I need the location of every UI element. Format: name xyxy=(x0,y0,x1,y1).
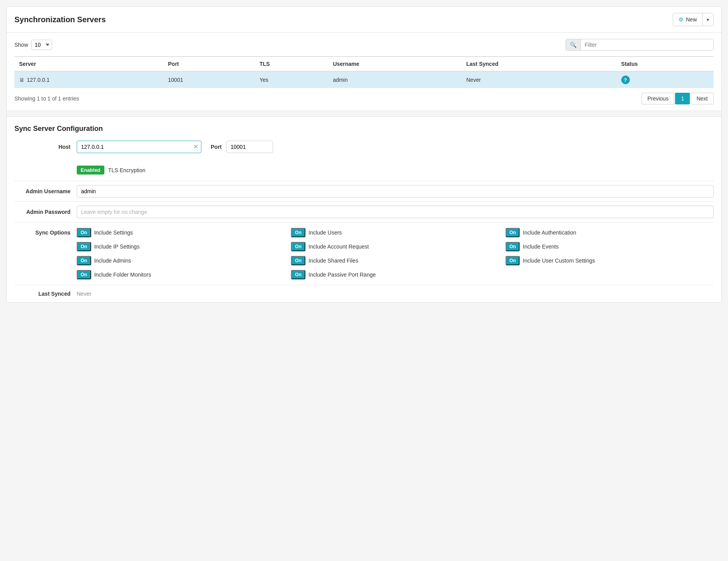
host-clear-button[interactable]: ✕ xyxy=(193,144,198,150)
table-row[interactable]: 🖥127.0.0.1 10001 Yes admin Never ? xyxy=(14,71,714,88)
on-toggle[interactable]: On xyxy=(77,242,91,251)
last-synced-label: Last Synced xyxy=(14,291,77,297)
show-label: Show xyxy=(14,42,28,48)
filter-wrapper: 🔍 xyxy=(566,39,714,51)
admin-password-label: Admin Password xyxy=(14,209,77,215)
option-label: Include Settings xyxy=(94,229,133,236)
sync-option-item: On Include Admins xyxy=(77,256,285,265)
show-select[interactable]: 10 25 50 100 xyxy=(31,40,52,50)
pagination-row: Showing 1 to 1 of 1 entries Previous 1 N… xyxy=(14,93,714,104)
config-section: Sync Server Configuration Host ✕ Port En… xyxy=(7,117,721,302)
on-toggle[interactable]: On xyxy=(77,270,91,279)
col-status: Status xyxy=(617,56,714,71)
sync-options-row: Sync Options On Include Settings On Incl… xyxy=(14,222,714,285)
sync-option-item: On Include IP Settings xyxy=(77,242,285,251)
on-toggle[interactable]: On xyxy=(506,256,520,265)
filter-input[interactable] xyxy=(581,39,713,50)
port-input[interactable] xyxy=(226,141,273,153)
status-icon[interactable]: ? xyxy=(621,76,630,84)
admin-password-row: Admin Password xyxy=(14,201,714,222)
new-button-label: New xyxy=(686,16,697,23)
data-table: Server Port TLS Username Last Synced Sta… xyxy=(14,56,714,88)
on-toggle[interactable]: On xyxy=(291,270,305,279)
on-toggle[interactable]: On xyxy=(291,256,305,265)
gear-icon: ⚙ xyxy=(679,16,684,23)
sync-option-item: On Include Account Request xyxy=(291,242,499,251)
sync-option-item: On Include User Custom Settings xyxy=(506,256,714,265)
host-field: ✕ xyxy=(77,141,201,153)
new-button-dropdown[interactable]: ▾ xyxy=(703,13,713,26)
tls-toggle-button[interactable]: Enabled xyxy=(77,166,104,175)
option-label: Include Users xyxy=(308,229,342,236)
sync-option-item: On Include Passive Port Range xyxy=(291,270,499,279)
port-label-group: Port xyxy=(211,141,273,153)
cell-port: 10001 xyxy=(163,71,255,88)
port-label: Port xyxy=(211,144,222,150)
admin-username-input[interactable] xyxy=(77,185,714,198)
admin-password-input[interactable] xyxy=(77,206,714,218)
sync-option-item: On Include Authentication xyxy=(506,228,714,237)
sync-option-item: On Include Folder Monitors xyxy=(77,270,285,279)
sync-option-item: On Include Users xyxy=(291,228,499,237)
col-port: Port xyxy=(163,56,255,71)
sync-options-grid: On Include Settings On Include Users On … xyxy=(77,228,714,279)
on-toggle[interactable]: On xyxy=(506,228,520,237)
option-label: Include Admins xyxy=(94,258,131,264)
option-label: Include Passive Port Range xyxy=(308,272,376,278)
tls-label: TLS Encryption xyxy=(108,167,146,173)
cell-status: ? xyxy=(617,71,714,88)
on-toggle[interactable]: On xyxy=(291,242,305,251)
search-icon: 🔍 xyxy=(570,42,576,48)
sync-option-item: On Include Events xyxy=(506,242,714,251)
cell-username: admin xyxy=(328,71,462,88)
showing-text: Showing 1 to 1 of 1 entries xyxy=(14,95,79,102)
cell-last-synced: Never xyxy=(462,71,617,88)
config-title: Sync Server Configuration xyxy=(14,125,714,133)
page-1-button[interactable]: 1 xyxy=(675,93,690,104)
table-section: Show 10 25 50 100 🔍 Server Port xyxy=(7,33,721,111)
option-label: Include Account Request xyxy=(308,243,369,250)
table-controls: Show 10 25 50 100 🔍 xyxy=(14,39,714,51)
col-server: Server xyxy=(14,56,163,71)
new-button-group: ⚙ New ▾ xyxy=(673,13,714,26)
sync-option-item: On Include Settings xyxy=(77,228,285,237)
show-control: Show 10 25 50 100 xyxy=(14,40,52,50)
new-button-main[interactable]: ⚙ New xyxy=(673,13,703,26)
admin-username-row: Admin Username xyxy=(14,181,714,201)
server-icon: 🖥 xyxy=(19,77,25,83)
on-toggle[interactable]: On xyxy=(506,242,520,251)
on-toggle[interactable]: On xyxy=(77,256,91,265)
cell-tls: Yes xyxy=(255,71,328,88)
table-header-row: Server Port TLS Username Last Synced Sta… xyxy=(14,56,714,71)
option-label: Include User Custom Settings xyxy=(523,258,595,264)
pagination: Previous 1 Next xyxy=(642,93,714,104)
col-tls: TLS xyxy=(255,56,328,71)
page-wrapper: Synchronization Servers ⚙ New ▾ Show 10 … xyxy=(6,6,722,303)
filter-icon-wrap: 🔍 xyxy=(566,39,581,50)
on-toggle[interactable]: On xyxy=(291,228,305,237)
page-title: Synchronization Servers xyxy=(14,15,106,24)
option-label: Include Shared Files xyxy=(308,258,358,264)
host-input[interactable] xyxy=(77,141,201,153)
cell-server: 🖥127.0.0.1 xyxy=(14,71,163,88)
option-label: Include Authentication xyxy=(523,229,576,236)
admin-username-label: Admin Username xyxy=(14,188,77,194)
col-username: Username xyxy=(328,56,462,71)
sync-options-label: Sync Options xyxy=(14,228,77,236)
host-row: ✕ Port xyxy=(77,141,714,153)
option-label: Include Folder Monitors xyxy=(94,272,151,278)
last-synced-value: Never xyxy=(77,291,91,297)
last-synced-row: Last Synced Never xyxy=(14,285,714,302)
on-toggle[interactable]: On xyxy=(77,228,91,237)
option-label: Include IP Settings xyxy=(94,243,139,250)
tls-row: Enabled TLS Encryption xyxy=(14,166,714,175)
page-header: Synchronization Servers ⚙ New ▾ xyxy=(7,7,721,33)
option-label: Include Events xyxy=(523,243,559,250)
sync-option-item: On Include Shared Files xyxy=(291,256,499,265)
next-button[interactable]: Next xyxy=(691,93,714,104)
previous-button[interactable]: Previous xyxy=(642,93,674,104)
host-label: Host xyxy=(14,144,77,150)
col-last-synced: Last Synced xyxy=(462,56,617,71)
host-port-row: Host ✕ Port xyxy=(14,141,714,159)
section-divider xyxy=(7,111,721,117)
